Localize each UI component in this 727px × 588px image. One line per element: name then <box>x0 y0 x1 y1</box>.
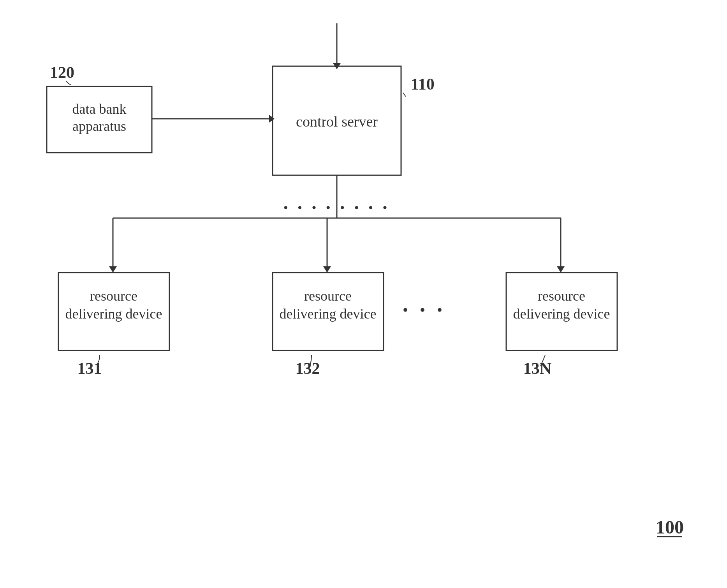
svg-text:resource: resource <box>538 288 585 304</box>
svg-text:delivering device: delivering device <box>513 306 610 322</box>
svg-text:100: 100 <box>656 517 684 537</box>
svg-text:• • • • • • • •: • • • • • • • • <box>283 201 391 215</box>
svg-text:resource: resource <box>304 288 352 304</box>
svg-text:110: 110 <box>411 75 435 93</box>
svg-text:delivering device: delivering device <box>280 306 377 322</box>
svg-text:data bank: data bank <box>72 101 127 117</box>
diagram-container: control server 110 data bank apparatus 1… <box>0 0 727 588</box>
svg-text:delivering device: delivering device <box>65 306 162 322</box>
main-diagram-svg: control server 110 data bank apparatus 1… <box>0 0 727 588</box>
svg-text:apparatus: apparatus <box>72 118 126 134</box>
svg-text:control server: control server <box>296 113 378 130</box>
svg-text:13N: 13N <box>523 359 551 377</box>
svg-text:• • •: • • • <box>403 301 446 319</box>
svg-text:120: 120 <box>50 63 74 81</box>
svg-text:resource: resource <box>90 288 137 304</box>
svg-text:132: 132 <box>296 359 320 377</box>
